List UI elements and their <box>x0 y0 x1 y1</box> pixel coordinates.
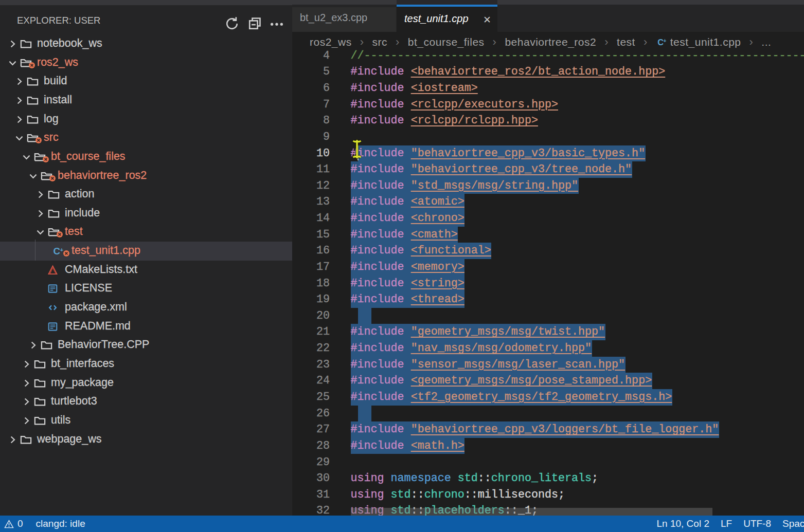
svg-text:+: + <box>663 38 666 44</box>
svg-text:C: C <box>53 246 60 256</box>
